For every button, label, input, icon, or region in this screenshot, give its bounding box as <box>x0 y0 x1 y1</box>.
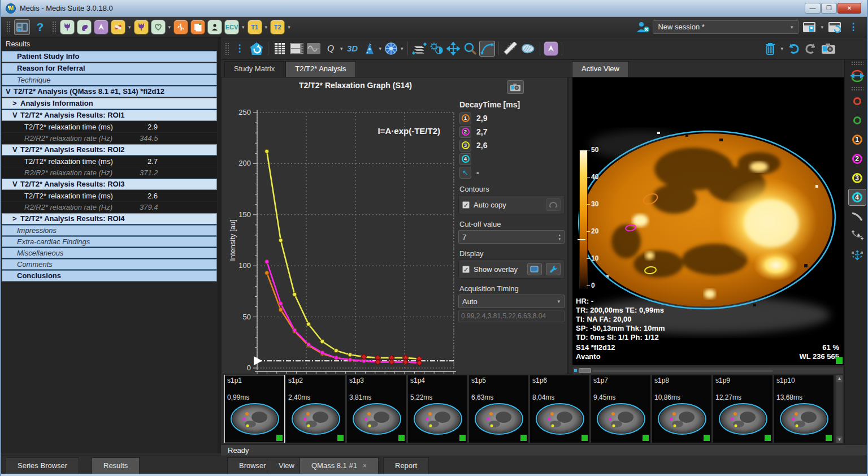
tab-results[interactable]: Results <box>92 457 140 474</box>
roi-4-badge[interactable]: 4 <box>459 153 471 165</box>
collapse-toggle[interactable]: > <box>12 214 20 224</box>
film-view-button[interactable] <box>289 41 305 57</box>
app-qecg[interactable] <box>207 20 222 34</box>
toolbar-grip[interactable] <box>6 21 10 33</box>
point-contour-button[interactable] <box>848 227 866 244</box>
phase-slider[interactable] <box>572 367 844 374</box>
draw-roi-green-button[interactable] <box>848 112 866 129</box>
tab-t2-analysis[interactable]: T2/T2* Analysis <box>285 61 355 77</box>
pointer-icon[interactable]: ↖ <box>459 167 471 179</box>
tab-report[interactable]: Report <box>383 457 429 474</box>
app-qmass-purple[interactable] <box>544 41 558 56</box>
acquisition-mode-dropdown[interactable]: Auto ▾ <box>458 295 565 308</box>
app-ecv[interactable]: ECV <box>224 20 239 34</box>
maximize-button[interactable]: ❐ <box>821 3 837 14</box>
spline-edit-button[interactable] <box>479 41 495 57</box>
pan-button[interactable] <box>445 41 461 57</box>
thumbnail-scrollbar[interactable]: ▲▼ <box>836 375 843 444</box>
result-row[interactable]: T2/T2* relaxation time (ms)2.9 <box>2 122 217 132</box>
app-t2[interactable]: T2 <box>270 20 285 34</box>
reset-layout-button[interactable] <box>827 19 843 35</box>
result-row[interactable]: T2/T2* relaxation time (ms)2.6 <box>2 191 217 201</box>
slider-track[interactable] <box>592 370 773 372</box>
help-button[interactable]: ? <box>32 19 48 35</box>
result-row[interactable]: Patient Study Info <box>2 51 217 62</box>
chevron-down-icon[interactable]: ▾ <box>265 24 268 30</box>
result-row[interactable]: Reason for Referral <box>2 63 217 74</box>
app-t1[interactable]: T1 <box>248 20 262 34</box>
copy-contours-button[interactable] <box>546 198 561 211</box>
thumbnail-s1p2[interactable]: s1p22,40ms <box>285 375 346 443</box>
roi-1-badge[interactable]: 1 <box>459 112 471 124</box>
ruler-button[interactable] <box>502 41 518 57</box>
tab-series-browser[interactable]: Series Browser <box>6 457 79 474</box>
draw-roi-red-button[interactable] <box>848 93 866 110</box>
roi-3-button[interactable]: 3 <box>848 170 866 187</box>
roi-3-badge[interactable]: 3 <box>459 140 471 152</box>
thumbnail-s1p1[interactable]: s1p10,99ms <box>224 375 285 443</box>
app-qtavi[interactable] <box>111 20 125 34</box>
draw-arc-button[interactable] <box>848 208 866 225</box>
wizard-button[interactable] <box>362 41 377 57</box>
thumbnail-s1p9[interactable]: s1p912,27ms <box>713 375 773 443</box>
roi-2-badge[interactable]: 2 <box>459 126 471 138</box>
show-overlay-checkbox[interactable]: ✓ <box>462 266 470 273</box>
chevron-down-icon[interactable]: ▾ <box>242 24 245 30</box>
colorbar-marker[interactable] <box>578 239 585 240</box>
result-row[interactable]: T2/T2* relaxation time (ms)2.7 <box>2 156 217 167</box>
view-3d-button[interactable]: 3D <box>345 41 361 57</box>
scroll-up-icon[interactable]: ▲ <box>836 375 843 382</box>
close-tab-icon[interactable]: × <box>363 462 367 470</box>
result-row[interactable]: Miscellaneous <box>2 248 217 258</box>
chevron-down-icon[interactable]: ▾ <box>401 46 403 51</box>
delete-button[interactable] <box>762 41 778 57</box>
slider-handle[interactable] <box>579 368 591 373</box>
result-row[interactable]: Technique <box>2 75 217 85</box>
thumbnail-s1p7[interactable]: s1p79,45ms <box>591 375 651 443</box>
spinner-arrows-icon[interactable]: ▴▾ <box>558 233 561 241</box>
image-viewport[interactable]: 50403020100 HR: -TR: 200,00ms TE: 0,99ms… <box>572 77 844 365</box>
chevron-down-icon[interactable]: ▾ <box>780 46 783 51</box>
segmentation-button[interactable] <box>383 41 399 57</box>
collapse-toggle[interactable]: > <box>12 98 20 109</box>
stretch-contour-button[interactable] <box>848 246 866 263</box>
collapse-toggle[interactable]: V <box>6 86 14 97</box>
app-qangio[interactable] <box>173 20 188 34</box>
chevron-down-icon[interactable]: ▾ <box>288 24 290 30</box>
result-row[interactable]: VT2/T2* Analysis Results: ROI3 <box>2 179 217 190</box>
copy-contour-icon-button[interactable] <box>848 67 866 84</box>
toolbar-grip[interactable] <box>851 61 863 65</box>
toolbar-grip[interactable] <box>851 86 863 90</box>
thumbnail-s1p6[interactable]: s1p68,04ms <box>530 375 590 443</box>
result-row[interactable]: Comments <box>2 259 217 270</box>
result-row[interactable]: VT2/T2* Analysis Results: ROI2 <box>2 144 217 155</box>
roi-1-button[interactable]: 1 <box>848 131 866 148</box>
roi-2-button[interactable]: 2 <box>848 150 866 167</box>
roi-draw-button[interactable] <box>519 41 536 57</box>
layout-button[interactable] <box>14 19 30 35</box>
reset-view-button[interactable] <box>249 41 264 57</box>
minimize-button[interactable]: — <box>805 3 821 14</box>
thumbnail-s1p5[interactable]: s1p56,63ms <box>468 375 529 443</box>
overflow-menu-button[interactable]: ⋮ <box>845 19 861 35</box>
result-row[interactable]: R2/R2* relaxation rate (Hz)379.4 <box>2 202 217 213</box>
tab-active-view[interactable]: Active View <box>572 61 629 77</box>
thumbnail-s1p10[interactable]: s1p1013,68ms <box>774 375 834 443</box>
app-qmass[interactable] <box>60 20 75 34</box>
collapse-toggle[interactable]: V <box>12 110 20 120</box>
chevron-down-icon[interactable]: ▾ <box>340 46 343 51</box>
collapse-toggle[interactable]: V <box>12 179 20 189</box>
close-button[interactable]: × <box>837 3 861 14</box>
q-report-button[interactable]: Q <box>323 41 338 57</box>
display-options-button[interactable] <box>546 263 561 275</box>
thumbnail-s1p8[interactable]: s1p810,86ms <box>652 375 712 443</box>
tab-qmass[interactable]: QMass 8.1 #1× <box>300 457 379 474</box>
signal-view-button[interactable] <box>306 41 322 57</box>
undo-button[interactable] <box>785 41 801 57</box>
snapshot-button[interactable] <box>821 41 836 57</box>
save-layout-button[interactable] <box>801 19 817 35</box>
collapse-toggle[interactable]: V <box>12 145 20 155</box>
redo-button[interactable] <box>803 41 819 57</box>
result-row[interactable]: R2/R2* relaxation rate (Hz)371.2 <box>2 167 217 178</box>
thumbnail-s1p4[interactable]: s1p45,22ms <box>407 375 468 443</box>
